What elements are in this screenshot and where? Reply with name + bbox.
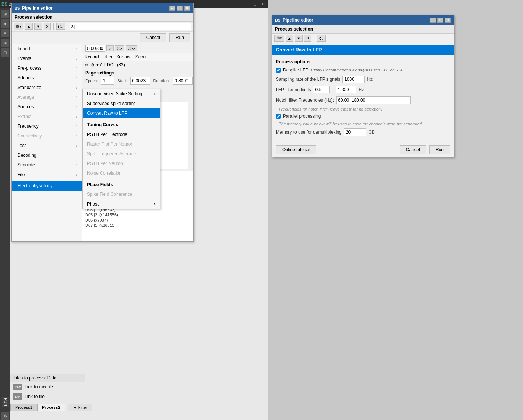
maximize-btn[interactable]: □ — [252, 2, 258, 7]
nav-btn-2[interactable]: >> — [115, 45, 124, 51]
pipeline-editor-left: B$ Pipeline editor ─ □ ✕ Process selecti… — [11, 3, 194, 242]
sidebar-icon-1[interactable]: ⊞ — [1, 10, 9, 18]
process-search-input[interactable] — [70, 23, 191, 30]
right-up-btn[interactable]: ▲ — [286, 35, 293, 42]
link-to-file[interactable]: LNK Link to file — [10, 392, 85, 401]
submenu-sep-1 — [83, 119, 160, 119]
notch-filter-input[interactable] — [336, 96, 411, 104]
branch-btn[interactable]: ⑆▾ — [56, 23, 65, 30]
right-delete-btn[interactable]: ✕ — [304, 35, 311, 42]
lfp-from-input[interactable] — [313, 86, 330, 93]
right-down-btn[interactable]: ▼ — [295, 35, 303, 42]
sidebar-icon-3[interactable]: ≡ — [1, 29, 9, 37]
minimize-btn[interactable]: ─ — [245, 2, 251, 7]
up-btn[interactable]: ▲ — [25, 23, 33, 30]
sidebar-icon-2[interactable]: ◈ — [1, 19, 9, 28]
right-editor-minimize[interactable]: ─ — [430, 18, 436, 23]
waves-icon[interactable]: ≋ — [84, 62, 88, 67]
submenu-phase[interactable]: Phase › — [83, 199, 160, 209]
nav-btn-1[interactable]: > — [106, 45, 113, 51]
menu-decoding[interactable]: Decoding › — [12, 150, 82, 160]
menu-events[interactable]: Events › — [12, 54, 82, 63]
right-editor-maximize[interactable]: □ — [437, 18, 443, 23]
lfp-dash: - — [332, 87, 334, 92]
despike-checkbox[interactable] — [276, 68, 281, 73]
submenu-convert-raw[interactable]: Convert Raw to LFP — [83, 108, 160, 118]
link-to-raw-file[interactable]: RAW Link to raw file — [10, 382, 85, 392]
menu-bar-filter[interactable]: Filter — [103, 54, 113, 60]
left-editor-maximize[interactable]: □ — [177, 6, 183, 11]
left-editor-close[interactable]: ✕ — [184, 6, 190, 11]
lfp-filtering-row: LFP filtering limits - Hz — [276, 86, 450, 93]
menu-bar-scout[interactable]: Scout — [135, 54, 147, 60]
submenu-place-fields-label: Place Fields — [87, 182, 113, 187]
menu-frequency[interactable]: Frequency › — [12, 121, 82, 131]
menu-bar-record[interactable]: Record — [84, 54, 99, 60]
action-row: Cancel Run — [12, 32, 193, 44]
menu-test[interactable]: Test › — [12, 141, 82, 150]
nav-btn-3[interactable]: >>> — [126, 45, 137, 51]
right-run-btn[interactable]: Run — [429, 145, 450, 154]
right-settings-btn[interactable]: ⚙▾ — [274, 35, 284, 42]
filter-tab[interactable]: ◄ Filter — [68, 404, 92, 411]
despike-row: Despike LFP Highly Recommended if analys… — [276, 67, 450, 73]
process-options-title: Process options — [276, 59, 450, 64]
process-tab-2[interactable]: Process2 — [37, 404, 65, 411]
process-tab-1[interactable]: Process1 — [10, 404, 37, 411]
menu-artifacts[interactable]: Artifacts › — [12, 73, 82, 83]
submenu-unsupervised[interactable]: Unsupervised Spike Sorting › — [83, 89, 160, 99]
menu-import[interactable]: Import › — [12, 44, 82, 54]
memory-unit: GB — [369, 130, 375, 135]
epoch-label: Epoch: — [85, 79, 98, 83]
submenu-tuning-curves[interactable]: Tuning Curves — [83, 120, 160, 130]
submenu-psth-electrode[interactable]: PSTH Per Electrode — [83, 130, 160, 139]
sampling-rate-row: Sampling rate of the LFP signals Hz — [276, 76, 450, 83]
settings-btn[interactable]: ⚙▾ — [14, 23, 23, 30]
left-editor-minimize[interactable]: ─ — [169, 6, 175, 11]
sidebar-icon-5[interactable]: ⊡ — [1, 48, 9, 57]
all-radio[interactable]: ▾ All — [96, 62, 105, 67]
submenu-spike-field: Spike Field Coherence — [83, 190, 160, 199]
circle-icon[interactable]: ⊙ — [90, 62, 94, 67]
sidebar-icon-bottom[interactable]: ⚙ — [1, 412, 9, 420]
right-cancel-btn[interactable]: Cancel — [400, 145, 426, 154]
submenu-supervised-label: Supervised spike sorting — [87, 101, 136, 106]
pipeline-editor-right: B$ Pipeline editor ─ □ ✕ Process selecti… — [272, 15, 454, 158]
count-badge: (33) — [117, 62, 125, 67]
delete-btn[interactable]: ✕ — [44, 23, 51, 30]
menu-preprocess[interactable]: Pre-process › — [12, 63, 82, 73]
menu-file[interactable]: File › — [12, 170, 82, 179]
menu-bar-surface[interactable]: Surface — [116, 54, 131, 60]
duration-input[interactable] — [173, 77, 193, 85]
sampling-rate-input[interactable] — [342, 76, 365, 83]
dc-btn[interactable]: DC — [107, 62, 113, 67]
menu-bar-plus[interactable]: + — [150, 54, 153, 60]
online-tutorial-btn[interactable]: Online tutorial — [276, 145, 316, 154]
sidebar-icon-4[interactable]: ⊕ — [1, 39, 9, 47]
run-label[interactable]: RUN — [2, 397, 9, 407]
link-to-raw-label: Link to raw file — [25, 384, 53, 389]
notch-desc: Frequencies for notch filter (leave empt… — [276, 107, 450, 114]
menu-panel: Import › Events › Pre-process › Artifact… — [12, 44, 82, 241]
down-btn[interactable]: ▼ — [34, 23, 42, 30]
controls-row: ≋ ⊙ ▾ All DC (33) — [82, 61, 193, 69]
menu-electrophysiology[interactable]: Electrophysiology — [12, 181, 82, 191]
parallel-checkbox[interactable] — [276, 114, 281, 119]
run-btn-left[interactable]: Run — [169, 33, 190, 42]
menu-simulate[interactable]: Simulate › — [12, 160, 82, 170]
menu-sources[interactable]: Sources › — [12, 102, 82, 112]
submenu-supervised[interactable]: Supervised spike sorting — [83, 99, 160, 108]
close-btn[interactable]: ✕ — [260, 2, 267, 7]
cancel-btn-left[interactable]: Cancel — [140, 33, 166, 42]
submenu-raster-label: Raster Plot Per Neuron — [87, 141, 133, 147]
memory-input[interactable] — [344, 128, 366, 136]
lfp-to-input[interactable] — [336, 86, 356, 93]
menu-standardize[interactable]: Standardize › — [12, 83, 82, 92]
right-editor-close[interactable]: ✕ — [445, 18, 451, 23]
epoch-input[interactable] — [101, 77, 114, 85]
memory-label: Memory to use for demultiplexing — [276, 130, 342, 135]
right-branch-btn[interactable]: ⑆▾ — [317, 35, 326, 42]
submenu-place-fields[interactable]: Place Fields — [83, 180, 160, 190]
start-input[interactable] — [130, 77, 150, 85]
submenu-psth-neuron: PSTH Per Neuron — [83, 159, 160, 168]
